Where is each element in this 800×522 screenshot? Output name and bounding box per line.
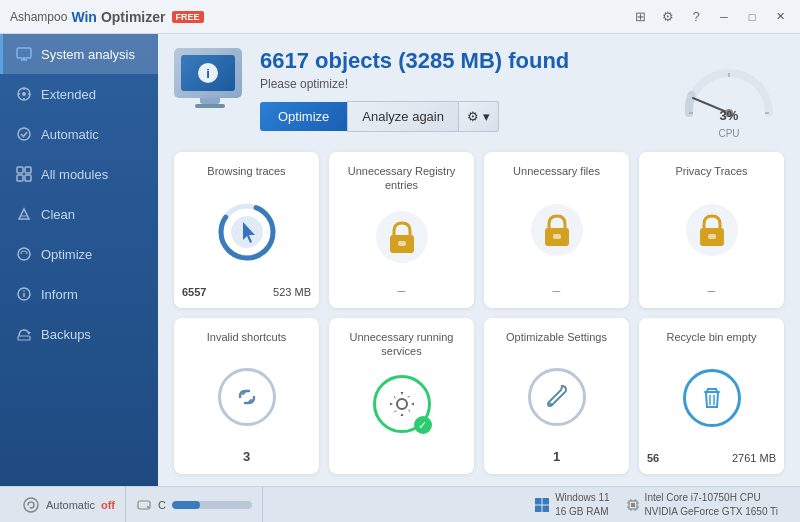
sidebar: System analysis Extended — [0, 34, 158, 486]
sidebar-item-all-modules[interactable]: All modules — [0, 154, 158, 194]
automatic-section: Automatic off — [12, 487, 126, 522]
services-check-icon: ✓ — [414, 416, 432, 434]
recycle-bin-icon — [683, 369, 741, 427]
files-lock-svg — [541, 212, 573, 248]
logo-optimizer: Optimizer — [101, 9, 166, 25]
svg-rect-48 — [543, 498, 550, 505]
services-gear-svg — [386, 388, 418, 420]
please-optimize-text: Please optimize! — [260, 77, 674, 91]
card-title-registry: Unnecessary Registry entries — [337, 164, 466, 193]
automatic-icon — [22, 496, 40, 514]
maximize-button[interactable]: □ — [742, 7, 762, 27]
sidebar-item-optimize[interactable]: Optimize — [0, 234, 158, 274]
minimize-button[interactable]: ─ — [714, 7, 734, 27]
os-ram-text: Windows 11 16 GB RAM — [555, 491, 609, 519]
automatic-status: off — [101, 499, 115, 511]
objects-found-text: 6617 objects (3285 MB) found — [260, 48, 674, 74]
logo-free-badge: FREE — [172, 11, 204, 23]
recycle-icon-area — [683, 344, 741, 452]
cpu-percent: 3% — [720, 108, 739, 123]
cpu-info: Intel Core i7-10750H CPU — [645, 491, 778, 505]
automatic-icon — [15, 125, 33, 143]
grid-icon[interactable]: ⊞ — [630, 7, 650, 27]
files-dash: – — [553, 282, 561, 298]
card-title-settings: Optimizable Settings — [506, 330, 607, 344]
sidebar-item-backups[interactable]: Backups — [0, 314, 158, 354]
sidebar-label-backups: Backups — [41, 327, 91, 342]
svg-rect-35 — [708, 234, 716, 239]
broken-link-svg — [232, 382, 262, 412]
question-icon[interactable]: ? — [686, 7, 706, 27]
privacy-lock-icon — [686, 204, 738, 256]
os-label: Windows 11 — [555, 491, 609, 505]
main-container: System analysis Extended — [0, 34, 800, 486]
card-unnecessary-files: Unnecessary files – — [484, 152, 629, 308]
cpu-label: CPU — [718, 128, 739, 139]
browsing-icon-area — [217, 178, 277, 286]
svg-point-15 — [18, 248, 30, 260]
system-analysis-icon — [15, 45, 33, 63]
card-title-privacy: Privacy Traces — [675, 164, 747, 178]
all-modules-icon — [15, 165, 33, 183]
svg-rect-12 — [17, 175, 23, 181]
services-circle-icon: ✓ — [373, 375, 431, 433]
automatic-label: Automatic — [46, 499, 95, 511]
svg-rect-40 — [704, 391, 720, 393]
card-registry-entries: Unnecessary Registry entries – — [329, 152, 474, 308]
svg-point-43 — [24, 498, 38, 512]
svg-point-4 — [22, 92, 26, 96]
drive-progress-bar — [172, 501, 252, 509]
recycle-values: 56 2761 MB — [647, 452, 776, 464]
svg-rect-20 — [18, 336, 30, 340]
browsing-size: 523 MB — [273, 286, 311, 298]
extended-icon — [15, 85, 33, 103]
gpu-info: NVIDIA GeForce GTX 1650 Ti — [645, 505, 778, 519]
sidebar-item-extended[interactable]: Extended — [0, 74, 158, 114]
analyze-again-button[interactable]: Analyze again — [347, 101, 459, 132]
cpu-gauge: 3% CPU — [674, 48, 784, 138]
sidebar-item-automatic[interactable]: Automatic — [0, 114, 158, 154]
privacy-icon-area — [686, 178, 738, 282]
action-buttons: Optimize Analyze again ⚙ ▾ — [260, 101, 674, 132]
card-recycle-bin: Recycle bin empty 56 — [639, 318, 784, 474]
sidebar-label-optimize: Optimize — [41, 247, 92, 262]
svg-rect-33 — [553, 234, 561, 239]
drive-section: C — [126, 487, 263, 522]
app-logo: Ashampoo Win Optimizer FREE — [10, 9, 630, 25]
drive-progress-fill — [172, 501, 200, 509]
svg-rect-11 — [25, 167, 31, 173]
recycle-count: 56 — [647, 452, 659, 464]
window-controls: ⊞ ⚙ ? ─ □ ✕ — [630, 7, 790, 27]
card-title-services: Unnecessary running services — [337, 330, 466, 359]
svg-line-37 — [249, 400, 251, 402]
cpu-chip-icon — [626, 498, 640, 512]
sidebar-item-system-analysis[interactable]: System analysis — [0, 34, 158, 74]
close-button[interactable]: ✕ — [770, 7, 790, 27]
content-area: i 6617 objects (3285 MB) found Please op… — [158, 34, 800, 486]
registry-icon-area — [376, 193, 428, 282]
wrench-svg — [542, 382, 572, 412]
inform-icon — [15, 285, 33, 303]
cpu-gpu-text: Intel Core i7-10750H CPU NVIDIA GeForce … — [645, 491, 778, 519]
card-privacy-traces: Privacy Traces – — [639, 152, 784, 308]
wrench-icon — [528, 368, 586, 426]
privacy-lock-svg — [696, 212, 728, 248]
services-icon-area: ✓ — [373, 359, 431, 450]
svg-rect-49 — [535, 505, 542, 512]
ram-label: 16 GB RAM — [555, 505, 609, 519]
gear-icon[interactable]: ⚙ — [658, 7, 678, 27]
browsing-values: 6557 523 MB — [182, 286, 311, 298]
card-title-recycle: Recycle bin empty — [667, 330, 757, 344]
shortcuts-count: 3 — [243, 449, 250, 464]
svg-marker-19 — [27, 332, 31, 334]
top-section: i 6617 objects (3285 MB) found Please op… — [174, 48, 784, 138]
settings-dropdown-button[interactable]: ⚙ ▾ — [459, 101, 499, 132]
optimize-button[interactable]: Optimize — [260, 102, 347, 131]
shortcuts-icon-area — [218, 344, 276, 449]
drive-icon — [136, 497, 152, 513]
svg-point-39 — [549, 402, 552, 405]
sidebar-item-inform[interactable]: Inform — [0, 274, 158, 314]
sidebar-item-clean[interactable]: Clean — [0, 194, 158, 234]
sidebar-label-clean: Clean — [41, 207, 75, 222]
os-info: Windows 11 16 GB RAM — [534, 491, 609, 519]
